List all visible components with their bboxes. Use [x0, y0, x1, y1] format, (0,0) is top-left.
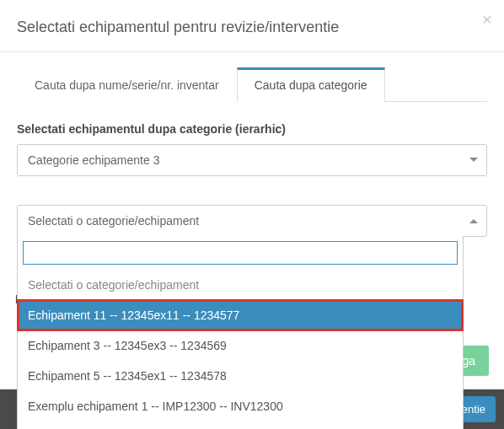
category-select[interactable]: Categorie echipamente 3	[17, 144, 487, 176]
tabs: Cauta dupa nume/serie/nr. inventar Cauta…	[17, 67, 487, 102]
tab-search-by-category[interactable]: Cauta dupa categorie	[237, 67, 385, 102]
modal: Selectati echipamentul pentru revizie/in…	[0, 0, 504, 429]
dropdown-search-wrap	[18, 236, 463, 270]
category-select-label: Selectati echipamentul dupa categorie (i…	[17, 122, 487, 136]
equipment-select[interactable]: Selectati o categorie/echipament	[17, 205, 487, 237]
dropdown-list: Selectati o categorie/echipamentEchipame…	[18, 270, 463, 429]
equipment-dropdown-panel: Selectati o categorie/echipamentEchipame…	[17, 236, 464, 429]
modal-body: Cauta dupa nume/serie/nr. inventar Cauta…	[0, 52, 504, 252]
dropdown-option[interactable]: Echipament 11 -- 12345ex11 -- 1234577	[18, 300, 463, 330]
dropdown-option[interactable]: Selectati o categorie/echipament	[18, 270, 463, 300]
dropdown-option[interactable]: Exemplu echipament 1 -- IMP12300 -- INV1…	[18, 391, 463, 421]
caret-down-icon	[469, 158, 478, 163]
tab-search-by-name[interactable]: Cauta dupa nume/serie/nr. inventar	[17, 67, 237, 102]
modal-title: Selectati echipamentul pentru revizie/in…	[17, 19, 487, 36]
caret-up-icon	[469, 218, 478, 223]
close-icon[interactable]: ×	[482, 10, 492, 28]
category-select-value: Categorie echipamente 3	[28, 153, 159, 167]
dropdown-option[interactable]: Echipament 5 -- 12345ex1 -- 1234578	[18, 361, 463, 391]
equipment-select-value: Selectati o categorie/echipament	[28, 214, 199, 228]
dropdown-option[interactable]: Echipament 3 -- 12345ex3 -- 1234569	[18, 330, 463, 361]
modal-header: Selectati echipamentul pentru revizie/in…	[0, 0, 504, 52]
dropdown-option[interactable]: Exemplu echipament 2 -- IMP12301 -- INV1…	[18, 421, 463, 429]
dropdown-search-input[interactable]	[23, 241, 458, 265]
